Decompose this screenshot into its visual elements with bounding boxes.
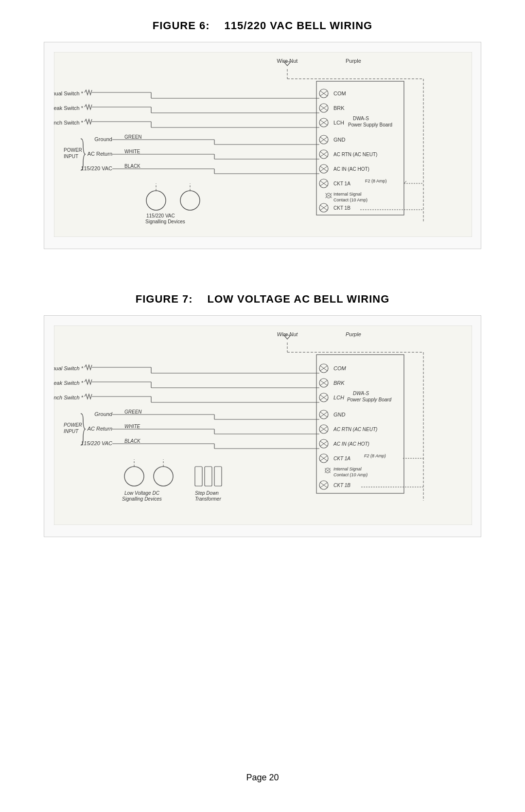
- svg-text:Remote Break Switch *: Remote Break Switch *: [54, 380, 84, 386]
- svg-text:COM: COM: [333, 365, 347, 371]
- svg-text:Wire  Nut: Wire Nut: [277, 58, 298, 64]
- svg-text:DWA-S: DWA-S: [353, 391, 369, 396]
- svg-text:Ground: Ground: [94, 136, 112, 142]
- svg-text:115/220 VAC: 115/220 VAC: [81, 165, 112, 171]
- figure6-desc: 115/220 VAC BELL WIRING: [225, 19, 373, 32]
- svg-text:AC RTN (AC NEUT): AC RTN (AC NEUT): [333, 427, 377, 432]
- svg-text:COM: COM: [333, 90, 346, 96]
- svg-text:BRK: BRK: [333, 380, 345, 386]
- page-container: FIGURE 6:115/220 VAC BELL WIRING Wire Nu…: [0, 0, 525, 812]
- svg-text:Low Voltage DC: Low Voltage DC: [124, 490, 160, 496]
- svg-rect-86: [54, 325, 472, 525]
- svg-text:GND: GND: [333, 137, 346, 143]
- svg-text:Signalling Devices: Signalling Devices: [145, 219, 185, 224]
- svg-text:POWER: POWER: [64, 422, 82, 428]
- svg-text:Power Supply Board: Power Supply Board: [348, 122, 392, 127]
- svg-text:WHITE: WHITE: [124, 424, 140, 429]
- svg-text:115/220 VAC: 115/220 VAC: [81, 440, 112, 446]
- svg-text:BRK: BRK: [333, 105, 345, 111]
- figure6-title: FIGURE 6:115/220 VAC BELL WIRING: [153, 19, 372, 32]
- svg-text:Power Supply Board: Power Supply Board: [347, 397, 392, 402]
- figure6-section: FIGURE 6:115/220 VAC BELL WIRING Wire Nu…: [39, 19, 486, 269]
- figure7-svg: Wire Nut Purple COM BRK: [54, 325, 472, 525]
- svg-text:Internal Signal: Internal Signal: [333, 467, 362, 471]
- svg-text:CKT 1A: CKT 1A: [333, 456, 350, 461]
- figure6-number: FIGURE 6:: [153, 19, 210, 32]
- svg-text:Wire  Nut: Wire Nut: [277, 331, 298, 337]
- svg-text:CKT 1A: CKT 1A: [333, 181, 350, 186]
- svg-text:Remote Lunch Switch *: Remote Lunch Switch *: [54, 120, 84, 126]
- svg-text:Contact (10 Amp): Contact (10 Amp): [333, 198, 368, 202]
- svg-text:INPUT: INPUT: [64, 429, 79, 434]
- svg-text:CKT 1B: CKT 1B: [333, 205, 350, 211]
- figure7-section: FIGURE 7:LOW VOLTAGE AC BELL WIRING Wire…: [39, 293, 486, 557]
- figure7-diagram: Wire Nut Purple COM BRK: [44, 315, 481, 537]
- svg-text:AC RTN (AC NEUT): AC RTN (AC NEUT): [333, 152, 377, 157]
- svg-text:Step Down: Step Down: [195, 490, 219, 496]
- svg-text:WHITE: WHITE: [124, 149, 140, 154]
- svg-text:F2 (8 Amp): F2 (8 Amp): [364, 453, 386, 458]
- svg-text:POWER: POWER: [64, 147, 82, 153]
- svg-text:LCH: LCH: [333, 395, 344, 400]
- svg-text:Remote Manual Switch *: Remote Manual Switch *: [54, 90, 84, 96]
- svg-text:BLACK: BLACK: [124, 163, 140, 169]
- svg-text:DWA-S: DWA-S: [353, 116, 369, 121]
- svg-text:GREEN: GREEN: [124, 409, 142, 415]
- svg-text:Contact (10 Amp): Contact (10 Amp): [333, 472, 368, 477]
- svg-text:F2 (8 Amp): F2 (8 Amp): [365, 179, 387, 183]
- svg-text:Signalling Devices: Signalling Devices: [122, 496, 162, 502]
- svg-text:Purple: Purple: [346, 58, 361, 64]
- svg-text:Remote Break Switch *: Remote Break Switch *: [54, 105, 84, 111]
- figure6-svg: Wire Nut Purple COM: [54, 52, 472, 237]
- figure7-desc: LOW VOLTAGE AC BELL WIRING: [208, 293, 390, 305]
- figure7-title: FIGURE 7:LOW VOLTAGE AC BELL WIRING: [136, 293, 390, 306]
- svg-text:GND: GND: [333, 412, 346, 417]
- svg-text:BLACK: BLACK: [124, 438, 141, 444]
- svg-text:INPUT: INPUT: [64, 154, 78, 159]
- svg-text:AC Return: AC Return: [87, 426, 112, 432]
- svg-text:Internal Signal: Internal Signal: [333, 192, 362, 197]
- svg-text:GREEN: GREEN: [124, 134, 142, 140]
- page-number: Page 20: [246, 753, 279, 783]
- figure7-number: FIGURE 7:: [136, 293, 193, 305]
- svg-text:LCH: LCH: [333, 120, 344, 126]
- svg-text:Purple: Purple: [346, 331, 361, 337]
- svg-text:Ground: Ground: [94, 411, 113, 417]
- svg-text:CKT 1B: CKT 1B: [333, 483, 350, 488]
- svg-text:AC Return: AC Return: [88, 151, 112, 157]
- figure6-diagram: Wire Nut Purple COM: [44, 42, 481, 249]
- svg-text:Transformer: Transformer: [195, 496, 221, 502]
- svg-text:Remote Lunch Switch *: Remote Lunch Switch *: [54, 395, 84, 400]
- svg-text:Remote Manual Switch *: Remote Manual Switch *: [54, 365, 84, 371]
- svg-text:AC IN (AC HOT): AC IN (AC HOT): [333, 441, 369, 447]
- svg-text:AC IN (AC HOT): AC IN (AC HOT): [333, 166, 369, 172]
- svg-text:115/220 VAC: 115/220 VAC: [146, 213, 175, 218]
